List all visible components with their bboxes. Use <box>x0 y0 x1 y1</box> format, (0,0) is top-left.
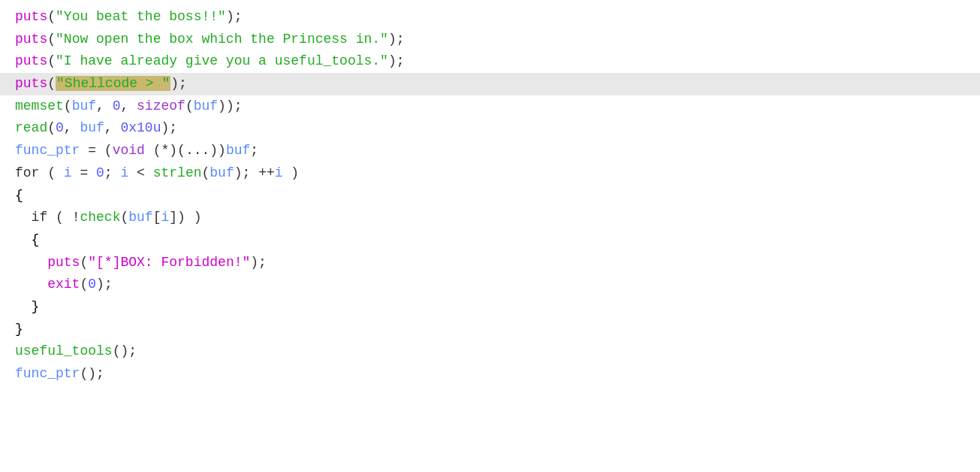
code-token: if <box>32 210 48 225</box>
code-line: { <box>0 185 980 207</box>
code-line: if ( !check(buf[i]) ) <box>0 207 980 229</box>
code-line: } <box>0 296 980 319</box>
code-token: ; <box>104 165 121 180</box>
code-token: func_ptr <box>15 143 80 158</box>
code-token: 0 <box>113 98 121 113</box>
code-token: ) <box>170 76 179 91</box>
code-token: ( <box>120 210 128 225</box>
code-line: { <box>0 229 980 252</box>
code-token: memset <box>15 98 64 113</box>
code-token: i <box>64 165 72 180</box>
code-token: ; <box>258 255 267 270</box>
code-token: i <box>120 165 128 180</box>
code-line: func_ptr(); <box>0 363 980 386</box>
code-token: ( <box>104 143 113 158</box>
code-token: read <box>15 120 47 135</box>
code-token: puts <box>15 9 47 24</box>
code-line: puts("I have already give you a useful_t… <box>0 50 980 73</box>
code-token: ; <box>234 98 243 113</box>
code-token: ) <box>161 120 169 135</box>
code-line: read(0, buf, 0x10u); <box>0 117 980 140</box>
code-token: "You beat the boss!!" <box>56 9 226 24</box>
code-token: "I have already give you a useful_tools.… <box>56 53 388 68</box>
code-line: for ( i = 0; i < strlen(buf); ++i ) <box>0 162 980 185</box>
code-token: puts <box>15 53 47 68</box>
code-token: ! <box>72 210 80 225</box>
code-token: < <box>128 165 152 180</box>
code-token: * <box>161 143 169 158</box>
code-line: exit(0); <box>0 274 980 296</box>
code-token: ; <box>397 53 405 68</box>
code-token: , <box>64 120 80 135</box>
code-token: } <box>15 322 23 337</box>
code-token: ( <box>80 277 88 292</box>
code-token: ; <box>397 32 405 47</box>
code-token: 0 <box>88 277 96 292</box>
code-token: ) <box>388 32 397 47</box>
code-token: ) <box>185 210 202 225</box>
code-token: ] <box>169 210 177 225</box>
code-token: ) <box>234 165 243 180</box>
code-token: )) <box>210 143 226 158</box>
code-token: void <box>113 143 145 158</box>
code-token: "Now open the box which the Princess in.… <box>56 32 388 47</box>
code-line: puts("[*]BOX: Forbidden!"); <box>0 252 980 274</box>
code-token: () <box>80 366 96 381</box>
code-token: )) <box>218 98 234 113</box>
code-token: ; <box>250 143 258 158</box>
code-token: ; <box>234 9 243 24</box>
code-token: ( <box>64 98 72 113</box>
code-token: ; <box>128 343 137 359</box>
code-token: ) <box>283 165 300 180</box>
code-token: ) <box>226 9 234 24</box>
code-token: ( <box>47 32 56 47</box>
code-token: for <box>15 165 39 180</box>
code-token: ) <box>250 255 258 270</box>
code-token: ( <box>47 76 56 91</box>
code-token: () <box>113 343 129 359</box>
code-token: 0x10u <box>120 120 161 135</box>
code-token: 0 <box>96 165 104 180</box>
code-token: ++ <box>258 165 275 180</box>
code-token: ; <box>169 120 177 135</box>
code-line: puts("You beat the boss!!"); <box>0 6 980 29</box>
code-token: ; <box>96 366 104 381</box>
code-token <box>15 210 32 225</box>
code-token: sizeof <box>137 98 185 113</box>
code-line: } <box>0 319 980 341</box>
code-line: puts("Shellcode > "); <box>0 73 980 95</box>
code-token <box>15 232 32 247</box>
code-view: puts("You beat the boss!!");puts("Now op… <box>0 0 980 392</box>
code-token: = <box>80 143 104 158</box>
code-token: ) <box>96 277 104 292</box>
code-token: check <box>80 210 120 225</box>
code-token: , <box>96 98 113 113</box>
code-token: ( <box>47 53 56 68</box>
code-token: buf <box>72 98 96 113</box>
code-token: } <box>32 299 40 314</box>
code-token: ) <box>177 210 185 225</box>
code-line: useful_tools(); <box>0 340 980 363</box>
code-token: , <box>120 98 137 113</box>
code-token: i <box>275 165 283 180</box>
code-token: ( <box>47 120 56 135</box>
code-token: ( <box>47 9 56 24</box>
code-token: ( <box>39 165 63 180</box>
code-token <box>15 277 47 292</box>
code-token: { <box>15 188 23 203</box>
code-token: buf <box>128 210 152 225</box>
code-token: ... <box>185 143 210 158</box>
code-token: [ <box>153 210 161 225</box>
code-token: ( <box>47 210 71 225</box>
code-token: ( <box>80 255 88 270</box>
code-token: puts <box>15 76 47 91</box>
code-token: "Shellcode > " <box>56 76 170 91</box>
code-token: "[*]BOX: Forbidden!" <box>88 255 250 270</box>
code-token: exit <box>47 277 80 292</box>
code-token: , <box>104 120 121 135</box>
code-token: ; <box>243 165 259 180</box>
code-token: ) <box>388 53 397 68</box>
code-token: = <box>72 165 96 180</box>
code-line: puts("Now open the box which the Princes… <box>0 29 980 51</box>
code-token: buf <box>210 165 234 180</box>
